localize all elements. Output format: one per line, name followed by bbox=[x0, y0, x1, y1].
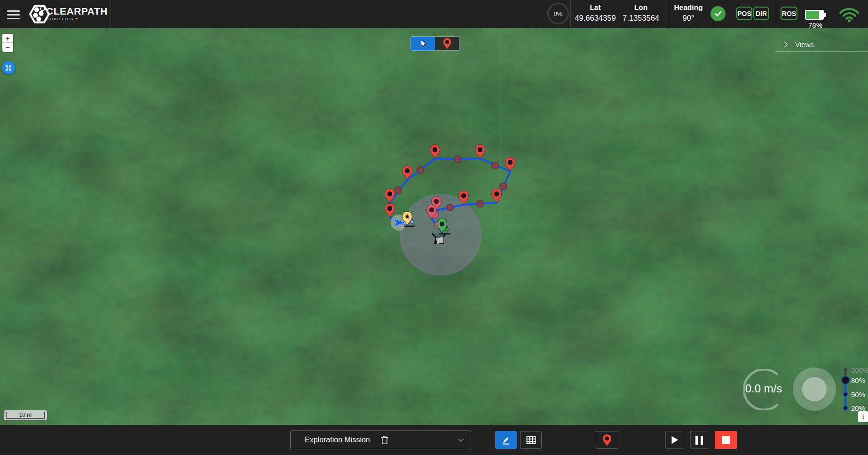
edit-mission-button[interactable] bbox=[495, 431, 517, 449]
zoom-out-button[interactable]: − bbox=[2, 43, 13, 52]
brand-text: CLEARPATH ROBOTICS™ bbox=[46, 6, 108, 21]
pos-status-badge: POS bbox=[736, 7, 752, 20]
longitude-label: Lon bbox=[619, 3, 663, 12]
mission-progress-value: 0% bbox=[554, 10, 563, 17]
map-scale-bar: 10 m bbox=[4, 410, 47, 420]
stop-icon bbox=[722, 436, 730, 444]
waypoint-pin[interactable] bbox=[492, 189, 502, 203]
teleop-joystick[interactable] bbox=[793, 367, 836, 411]
menu-button[interactable] bbox=[6, 7, 21, 21]
divider bbox=[110, 0, 111, 28]
heading-label: Heading bbox=[671, 3, 706, 12]
views-panel-divider bbox=[776, 51, 868, 52]
play-icon bbox=[669, 435, 679, 445]
longitude-value: 7.1353564 bbox=[619, 14, 663, 23]
mission-select-dropdown[interactable]: Exploration Mission bbox=[290, 431, 471, 449]
slider-label-50: 50% bbox=[851, 391, 865, 399]
waypoint-panel-button[interactable] bbox=[596, 431, 618, 449]
slider-label-100: 100% bbox=[851, 366, 868, 374]
stop-mission-button[interactable] bbox=[715, 431, 737, 449]
battery-icon bbox=[805, 10, 824, 20]
mission-table-button[interactable] bbox=[520, 431, 542, 449]
ros-status-badge: ROS bbox=[781, 7, 797, 20]
speed-gauge: 0.0 m/s bbox=[737, 365, 790, 413]
brand-name: CLEARPATH bbox=[46, 6, 108, 16]
slider-stop-50[interactable] bbox=[844, 392, 848, 397]
divider bbox=[776, 0, 776, 28]
waypoint-pin[interactable] bbox=[385, 203, 395, 217]
battery-tip bbox=[824, 13, 826, 17]
latitude-readout: Lat 49.6634359 bbox=[572, 3, 619, 23]
waypoint-pin-icon bbox=[602, 434, 612, 447]
mission-control-bar: Exploration Mission bbox=[0, 425, 868, 455]
info-button[interactable]: i bbox=[858, 411, 868, 422]
status-ok-icon bbox=[710, 6, 726, 21]
waypoint-pin[interactable] bbox=[430, 144, 440, 159]
delete-mission-button[interactable] bbox=[380, 435, 389, 445]
path-midpoint-handle[interactable] bbox=[447, 204, 454, 211]
expand-arrows-icon bbox=[5, 64, 12, 72]
chevron-right-icon bbox=[784, 41, 788, 48]
slider-handle-80[interactable] bbox=[842, 376, 850, 384]
top-status-bar: CLEARPATH ROBOTICS™ 0% Lat 49.6634359 Lo… bbox=[0, 0, 868, 28]
speed-value: 0.0 m/s bbox=[737, 382, 790, 395]
scale-label: 10 m bbox=[4, 412, 47, 418]
joystick-knob[interactable] bbox=[802, 377, 827, 401]
battery-percent: 78% bbox=[805, 21, 826, 29]
map-canvas[interactable]: + − Views 10 m bbox=[0, 28, 868, 425]
brand-sub: ROBOTICS™ bbox=[46, 17, 108, 21]
heading-readout: Heading 90° bbox=[671, 3, 706, 23]
waypoint-pin[interactable] bbox=[385, 189, 395, 203]
mission-progress-ring: 0% bbox=[547, 3, 569, 24]
slider-label-80: 80% bbox=[851, 376, 865, 384]
map-zoom-control: + − bbox=[2, 34, 13, 52]
pause-icon bbox=[695, 436, 703, 445]
divider bbox=[570, 0, 571, 28]
recenter-button[interactable] bbox=[2, 61, 15, 74]
slider-stop-20[interactable] bbox=[844, 406, 848, 410]
views-panel-label: Views bbox=[795, 40, 814, 48]
wifi-icon bbox=[838, 7, 860, 22]
grid-icon bbox=[526, 435, 537, 445]
select-tool-button[interactable] bbox=[411, 37, 435, 50]
divider bbox=[668, 0, 668, 28]
path-midpoint-handle[interactable] bbox=[477, 200, 484, 208]
waypoint-pin-icon bbox=[442, 38, 452, 49]
chevron-down-icon bbox=[458, 438, 464, 442]
cursor-icon bbox=[418, 39, 428, 48]
add-waypoint-tool-button[interactable] bbox=[435, 37, 459, 50]
battery-indicator: 78% bbox=[805, 10, 829, 29]
latitude-value: 49.6634359 bbox=[572, 14, 619, 23]
trash-icon bbox=[380, 435, 389, 445]
zoom-in-button[interactable]: + bbox=[2, 34, 13, 43]
path-midpoint-handle[interactable] bbox=[500, 183, 507, 190]
waypoint-pin[interactable] bbox=[475, 144, 485, 159]
heading-value: 90° bbox=[671, 14, 706, 23]
play-mission-button[interactable] bbox=[665, 431, 683, 449]
dir-status-badge: DIR bbox=[753, 7, 769, 20]
path-midpoint-handle[interactable] bbox=[454, 156, 461, 163]
mission-name: Exploration Mission bbox=[305, 436, 370, 444]
longitude-readout: Lon 7.1353564 bbox=[619, 3, 663, 23]
views-panel-toggle[interactable]: Views bbox=[778, 38, 868, 51]
map-mode-toolbar bbox=[410, 36, 459, 51]
slider-stop-100[interactable] bbox=[844, 368, 847, 372]
pencil-icon bbox=[501, 435, 511, 445]
path-midpoint-handle[interactable] bbox=[417, 167, 424, 174]
pause-mission-button[interactable] bbox=[690, 431, 708, 449]
path-midpoint-handle[interactable] bbox=[492, 162, 499, 169]
path-midpoint-handle[interactable] bbox=[395, 187, 402, 194]
latitude-label: Lat bbox=[572, 3, 619, 12]
